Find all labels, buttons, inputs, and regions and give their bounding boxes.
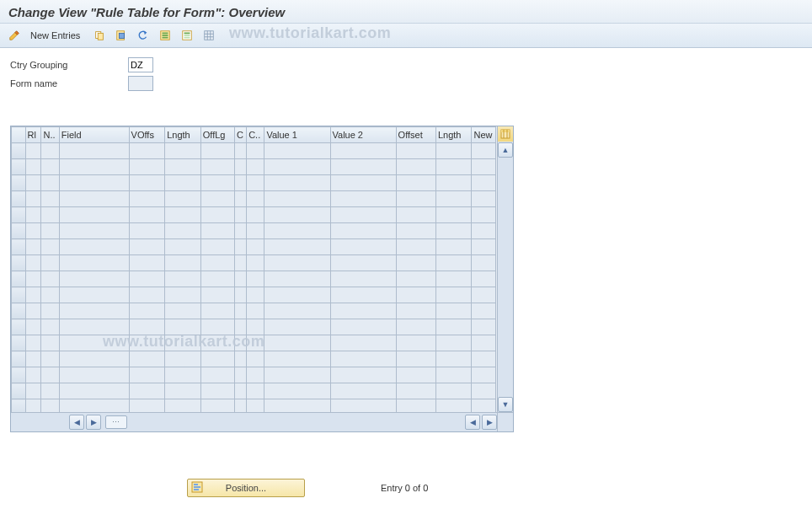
cell[interactable] [165,319,201,335]
cell[interactable] [247,335,264,351]
table-row[interactable] [12,255,496,271]
cell[interactable] [165,207,201,223]
cell[interactable] [25,175,41,191]
cell[interactable] [59,319,129,335]
cell[interactable] [59,335,129,351]
row-selector[interactable] [12,319,26,335]
cell[interactable] [330,351,396,367]
cell[interactable] [234,367,246,383]
cell[interactable] [330,319,396,335]
cell[interactable] [59,271,129,287]
cell[interactable] [396,383,435,399]
cell[interactable] [200,143,234,159]
cell[interactable] [165,143,201,159]
column-header[interactable]: Offset [396,127,435,143]
cell[interactable] [200,287,234,303]
cell[interactable] [234,335,246,351]
cell[interactable] [472,255,496,271]
cell[interactable] [247,271,264,287]
cell[interactable] [234,223,246,239]
column-header[interactable]: Value 2 [330,127,396,143]
cell[interactable] [472,367,496,383]
cell[interactable] [234,143,246,159]
cell[interactable] [234,191,246,207]
cell[interactable] [264,319,330,335]
cell[interactable] [472,287,496,303]
cell[interactable] [472,271,496,287]
cell[interactable] [396,287,435,303]
cell[interactable] [129,351,165,367]
delete-icon[interactable] [112,28,131,43]
cell[interactable] [25,223,41,239]
table-row[interactable] [12,143,496,159]
cell[interactable] [200,207,234,223]
vertical-scrollbar[interactable]: ▲ ▼ [497,142,513,413]
cell[interactable] [330,175,396,191]
cell[interactable] [396,255,435,271]
cell[interactable] [25,319,41,335]
cell[interactable] [472,175,496,191]
cell[interactable] [247,239,264,255]
table-row[interactable] [12,287,496,303]
table-row[interactable] [12,335,496,351]
cell[interactable] [129,223,165,239]
table-row[interactable] [12,175,496,191]
cell[interactable] [129,143,165,159]
cell[interactable] [472,239,496,255]
cell[interactable] [435,303,472,319]
cell[interactable] [129,335,165,351]
copy-icon[interactable] [90,28,109,43]
column-header[interactable]: Field [59,127,129,143]
cell[interactable] [200,303,234,319]
column-header[interactable]: OffLg [200,127,234,143]
column-header[interactable]: Lngth [435,127,472,143]
select-all-icon[interactable] [156,28,174,43]
cell[interactable] [41,159,59,175]
cell[interactable] [435,319,472,335]
cell[interactable] [129,287,165,303]
cell[interactable] [435,143,472,159]
cell[interactable] [59,159,129,175]
cell[interactable] [264,255,330,271]
cell[interactable] [165,351,201,367]
form-name-input[interactable] [128,76,153,91]
table-row[interactable] [12,207,496,223]
cell[interactable] [396,191,435,207]
cell[interactable] [200,159,234,175]
cell[interactable] [330,191,396,207]
cell[interactable] [41,207,59,223]
cell[interactable] [472,319,496,335]
cell[interactable] [472,223,496,239]
cell[interactable] [247,319,264,335]
cell[interactable] [330,367,396,383]
cell[interactable] [165,287,201,303]
cell[interactable] [330,335,396,351]
cell[interactable] [165,303,201,319]
cell[interactable] [41,335,59,351]
row-selector[interactable] [12,351,26,367]
cell[interactable] [234,351,246,367]
cell[interactable] [200,255,234,271]
table-row[interactable] [12,367,496,383]
row-selector[interactable] [12,191,26,207]
cell[interactable] [396,319,435,335]
cell[interactable] [435,223,472,239]
row-selector[interactable] [12,335,26,351]
cell[interactable] [41,143,59,159]
cell[interactable] [247,287,264,303]
table-row[interactable] [12,191,496,207]
cell[interactable] [247,255,264,271]
cell[interactable] [234,319,246,335]
cell[interactable] [200,319,234,335]
column-header[interactable]: Value 1 [264,127,330,143]
cell[interactable] [472,159,496,175]
cell[interactable] [435,191,472,207]
cell[interactable] [165,255,201,271]
cell[interactable] [25,351,41,367]
cell[interactable] [396,239,435,255]
cell[interactable] [41,351,59,367]
cell[interactable] [234,255,246,271]
cell[interactable] [59,383,129,399]
cell[interactable] [264,383,330,399]
cell[interactable] [41,175,59,191]
